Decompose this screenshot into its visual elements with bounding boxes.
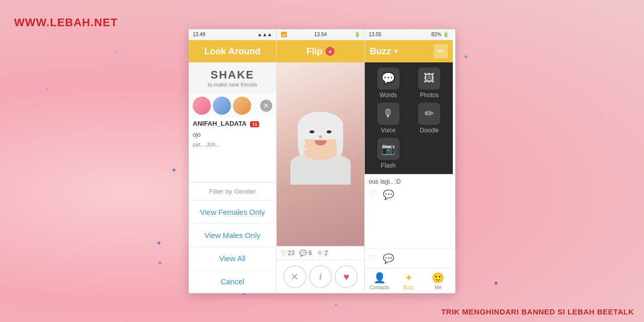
- phone2-views-stat: 👁 2: [317, 250, 328, 257]
- phone2-hearts-stat: ♡ 23: [281, 250, 294, 257]
- phone2-status-bar: 📶 13.54 🔋: [277, 29, 364, 40]
- nav-me[interactable]: 🙂 Me: [424, 269, 453, 293]
- phone1-time: 13.49: [193, 32, 205, 37]
- phone1-shake-subtitle: to make new friends: [195, 82, 270, 88]
- phone1-signal: ▲▲▲: [257, 32, 272, 37]
- watermark-top-left: WWW.LEBAH.NET: [14, 16, 118, 29]
- compose-photos-label: Photos: [420, 92, 439, 99]
- phone2-comments-stat: 💬 6: [299, 250, 312, 257]
- flip-close-button[interactable]: ✕: [283, 265, 306, 288]
- phone3-buzz: 13.55 82% 🔋 Buzz ▼ ✏ 💬 Words: [365, 29, 453, 293]
- view-females-button[interactable]: View Females Only: [189, 201, 276, 224]
- phone1-user1-row: ojo: [189, 129, 276, 140]
- compose-flash-label: Flash: [381, 162, 395, 169]
- nav-contacts[interactable]: 👤 Contacts: [365, 269, 394, 293]
- phone2-header-title: Flip: [306, 46, 323, 57]
- phone1-shake-title: SHAKE: [195, 68, 270, 82]
- me-icon: 🙂: [432, 272, 444, 284]
- phone1-look-around: 13.49 ▲▲▲ Look Around SHAKE to make new …: [189, 29, 277, 293]
- compose-voice-label: Voice: [381, 127, 395, 134]
- phone2-stats-row: ♡ 23 💬 6 👁 2: [277, 246, 364, 260]
- compose-voice-item[interactable]: 🎙 Voice: [370, 103, 407, 134]
- cancel-filter-button[interactable]: Cancel: [189, 270, 276, 293]
- heart-icon: ♡: [281, 250, 286, 257]
- compose-photos-item[interactable]: 🖼 Photos: [411, 67, 448, 99]
- close-profiles-button[interactable]: ✕: [260, 100, 272, 112]
- main-card: 13.49 ▲▲▲ Look Around SHAKE to make new …: [189, 29, 455, 293]
- profile-avatar-3: [233, 97, 251, 115]
- phone2-photo-area: ✦: [277, 62, 364, 246]
- phone3-battery-text: 82% 🔋: [431, 32, 449, 37]
- phone2-time: 13.54: [314, 32, 327, 37]
- nav-contacts-label: Contacts: [369, 285, 389, 290]
- nav-buzz-label: Buzz: [403, 285, 414, 290]
- compose-button[interactable]: ✏: [434, 44, 448, 58]
- post-like-button[interactable]: ♡: [369, 189, 377, 200]
- post2-like-button[interactable]: ♡: [369, 253, 377, 264]
- phone2-wifi: 📶: [281, 32, 287, 37]
- watermark-bottom-right: TRIK MENGHINDARI BANNED SI LEBAH BEETALK: [441, 307, 634, 316]
- compose-flash-item[interactable]: 📷 Flash: [370, 138, 407, 169]
- phone3-header: Buzz ▼ ✏: [365, 40, 453, 62]
- flash-icon: 📷: [377, 138, 399, 160]
- buzz-dropdown-icon: ▼: [393, 48, 399, 55]
- profile-avatar-2: [213, 97, 231, 115]
- flip-info-button[interactable]: i: [309, 265, 332, 288]
- phone2-photo-content: ✦: [277, 62, 364, 246]
- phone1-header: Look Around: [189, 40, 276, 62]
- phone1-shake-section: SHAKE to make new friends: [189, 62, 276, 94]
- doodle-icon: ✏: [418, 103, 440, 125]
- phone3-header-title: Buzz ▼: [370, 46, 399, 57]
- flip-heart-button[interactable]: ♥: [335, 265, 358, 288]
- filter-header: Filter by Gender: [189, 183, 276, 201]
- view-males-button[interactable]: View Males Only: [189, 224, 276, 247]
- phone3-status-bar: 13.55 82% 🔋: [365, 29, 453, 40]
- compose-menu: 💬 Words 🖼 Photos 🎙 Voice ✏ Doodle 📷: [365, 62, 453, 174]
- phone1-username: ANIFAH_LADATA 11: [189, 118, 276, 129]
- filter-gender-modal: Filter by Gender View Females Only View …: [189, 182, 276, 293]
- views-icon: 👁: [317, 250, 323, 257]
- compose-doodle-label: Doodle: [420, 127, 439, 134]
- post-comment-button[interactable]: 💬: [383, 189, 394, 200]
- voice-icon: 🎙: [377, 103, 399, 125]
- phone2-header: Flip ●: [277, 40, 364, 62]
- photos-icon: 🖼: [418, 67, 440, 90]
- bottom-nav: 👤 Contacts ✦ Buzz 🙂 Me: [365, 268, 453, 293]
- nav-buzz[interactable]: ✦ Buzz: [394, 269, 423, 293]
- flip-record-icon: ●: [326, 47, 335, 56]
- post2-comment-button[interactable]: 💬: [383, 253, 394, 264]
- phone3-time: 13.55: [369, 32, 381, 37]
- compose-words-label: Words: [380, 92, 397, 99]
- phone3-post-area: ous lagi.. :D ♡ 💬: [365, 174, 453, 249]
- phone1-badge: 11: [250, 121, 259, 127]
- phones-row: 13.49 ▲▲▲ Look Around SHAKE to make new …: [189, 29, 455, 293]
- phone2-flip: 📶 13.54 🔋 Flip ●: [277, 29, 365, 293]
- phone1-status-bar: 13.49 ▲▲▲: [189, 29, 276, 40]
- compose-words-item[interactable]: 💬 Words: [370, 67, 407, 99]
- phone1-profiles-row: ✕: [189, 94, 276, 118]
- buzz-nav-icon: ✦: [405, 272, 413, 284]
- phone1-header-title: Look Around: [204, 46, 260, 57]
- words-icon: 💬: [377, 67, 399, 90]
- comment-icon: 💬: [299, 250, 307, 257]
- view-all-button[interactable]: View All: [189, 247, 276, 270]
- compose-doodle-item[interactable]: ✏ Doodle: [411, 103, 448, 134]
- phone2-battery: 🔋: [354, 32, 360, 37]
- profile-avatar-1: [193, 97, 211, 115]
- phone2-action-buttons: ✕ i ♥: [277, 260, 364, 293]
- portrait-illustration: ✦: [290, 104, 351, 205]
- post2-actions: ♡ 💬: [365, 249, 453, 268]
- post-action-row: ♡ 💬: [369, 189, 449, 200]
- phone1-user2-row: pat... Joh...: [189, 140, 276, 148]
- contacts-icon: 👤: [373, 272, 386, 284]
- post-text: ous lagi.. :D: [369, 178, 449, 185]
- nav-me-label: Me: [435, 285, 442, 290]
